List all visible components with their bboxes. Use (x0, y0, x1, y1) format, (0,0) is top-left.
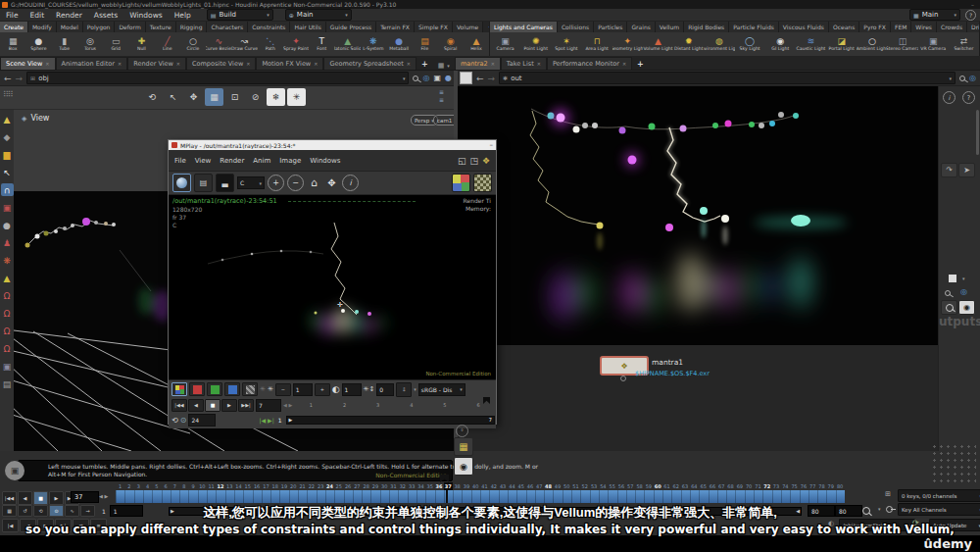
blue-channel-button[interactable] (224, 382, 240, 396)
home-view-icon[interactable]: ⌂ (307, 176, 321, 190)
exposure-icon[interactable]: ✳↕ (364, 385, 375, 393)
play-reverse-button[interactable]: ◀ (18, 491, 32, 505)
pane-tab[interactable]: mantra2✕ (455, 57, 501, 70)
shelf-tab[interactable]: Terrain FX (376, 22, 415, 32)
shelf-tool[interactable]: ⇄ Switcher (949, 32, 979, 56)
shelf-tool[interactable]: ⊓ Area Light (582, 32, 612, 56)
ragdoll-icon[interactable]: ♟ (1, 236, 14, 249)
pane-layout-icon[interactable]: ▦ (438, 62, 445, 70)
shelf-tab[interactable]: Polygon (83, 22, 116, 32)
imported-geometry-icon[interactable]: ◆ (1, 130, 14, 143)
pin-icon[interactable] (945, 290, 951, 296)
shelf-tab[interactable]: Volume (453, 22, 483, 32)
fps-field[interactable]: 24 (188, 414, 216, 427)
eye-icon[interactable]: ◉ (454, 457, 473, 476)
shelf-tab[interactable]: Modify (28, 22, 57, 32)
stop-button[interactable]: ■ (33, 491, 48, 505)
shelf-tab[interactable]: Drive Simulation (967, 22, 979, 32)
back-icon[interactable]: ← (4, 74, 12, 83)
render-settings-icon[interactable]: ❖ (482, 156, 490, 166)
brightness-down-icon[interactable]: ✳ (260, 385, 266, 393)
mplay-image-area[interactable]: /out/mantra1(raytrace)-23:54:51 1280x720… (169, 195, 496, 379)
back-icon[interactable]: ← (476, 74, 484, 83)
gamma-minus-button[interactable]: − (275, 383, 291, 396)
range-start-icon[interactable]: |◀ (259, 417, 266, 424)
play-button[interactable]: ▶ (49, 491, 64, 505)
checker-background-icon[interactable] (473, 174, 492, 192)
scrollbar[interactable] (976, 110, 979, 155)
network-editor[interactable]: ❖ mantra1 $HIPNAME.$OS.$F4.exr (458, 345, 980, 451)
shelf-tab[interactable]: Particle Fluids (729, 22, 779, 32)
constraint-magnet-icon[interactable]: Ω (1, 289, 14, 302)
list-icon[interactable]: ≡ (439, 96, 444, 103)
chevron-down-icon[interactable]: ▾ (447, 63, 450, 69)
timeline-ruler[interactable]: 1234567891011121314151617181920212223242… (116, 482, 845, 490)
radial-menu-icon[interactable]: ◎ (422, 74, 429, 82)
translate-tool-icon[interactable]: ✥ (184, 88, 203, 106)
camera-selector[interactable]: cam1▾ (433, 115, 454, 125)
pane-tab[interactable]: Performance Monitor✕ (547, 57, 632, 70)
mplay-range-slider[interactable]: ▶ 7 (286, 416, 495, 425)
constraint-magnet-icon[interactable]: Ω (1, 307, 14, 320)
layout-icon[interactable]: ▤ (194, 174, 213, 192)
shelf-tool[interactable]: ✺ Point Light (520, 32, 551, 56)
menu-item[interactable]: View (195, 157, 212, 165)
close-icon[interactable]: ✕ (491, 61, 495, 67)
alpha-channel-button[interactable] (242, 382, 258, 396)
frame-step-icons[interactable]: ◀ ▶ (99, 493, 108, 499)
export-lut-icon[interactable]: ⇩ (396, 382, 412, 397)
mplay-frame-field[interactable]: 7 (256, 399, 281, 412)
info-icon[interactable]: i (943, 91, 956, 104)
desktop-build-select[interactable]: ▤ Build ▾ (207, 9, 273, 21)
misc-tool-icon[interactable]: ▤ (1, 377, 14, 390)
menu-item[interactable]: Assets (88, 11, 123, 20)
shelf-tab[interactable]: Collisions (558, 22, 594, 32)
shelf-tab[interactable]: Simple FX (415, 22, 453, 32)
pane-tab[interactable]: Render View✕ (127, 57, 186, 70)
fit-window-icon[interactable]: ◱ (458, 156, 466, 166)
minimize-icon[interactable]: – (971, 1, 974, 8)
shelf-tool[interactable]: ◉ GI Light (765, 32, 796, 56)
lock-icon[interactable]: ∩ (1, 183, 14, 196)
shelf-tool[interactable]: ● Sphere (25, 32, 51, 56)
shelf-tab[interactable]: Characters (207, 22, 248, 32)
add-pane-tab-button[interactable]: + (632, 59, 649, 70)
menu-item[interactable]: File (174, 157, 186, 165)
pop-character-icon[interactable]: ▲ (1, 272, 14, 284)
shelf-tool[interactable]: ◍ Environment Light (704, 32, 734, 56)
shelf-tool[interactable]: ▣ VR Camera (918, 32, 949, 56)
chevron-down-icon[interactable]: ▾ (403, 75, 406, 81)
sphere-view-icon[interactable]: ● (445, 74, 452, 82)
zoom-in-icon[interactable]: + (268, 175, 284, 191)
pan-icon[interactable]: ✥ (324, 176, 339, 190)
degree-indicator-icon[interactable]: ° (456, 425, 468, 437)
character-icon[interactable]: ❋ (1, 254, 14, 267)
close-icon[interactable]: ✕ (622, 61, 626, 67)
range-end-icon[interactable]: ▶| (268, 417, 274, 424)
add-shelf-tab-button[interactable]: + (483, 22, 489, 32)
shelf-tab[interactable]: Create (0, 22, 28, 32)
shelf-tool[interactable]: ✶ Spot Light (551, 32, 581, 56)
chevron-down-icon[interactable]: ▾ (950, 75, 953, 81)
shelf-tool[interactable]: ≋ Caustic Light (796, 32, 826, 56)
zoom-out-icon[interactable]: − (287, 175, 304, 191)
shelf-tab[interactable]: Model (57, 22, 83, 32)
constraint-magnet-icon[interactable]: Ω (1, 325, 14, 337)
shelf-tool[interactable]: ◫ Stereo Camera (887, 32, 917, 56)
shelf-tab[interactable]: Deform (115, 22, 145, 32)
desktop-main-select[interactable]: ⊕ Main ▾ (285, 9, 352, 21)
mplay-window[interactable]: MPlay - /out/mantra1(raytrace)-23:54:* –… (168, 139, 497, 425)
shelf-tab[interactable]: Guide Process (326, 22, 376, 32)
shelf-tab[interactable]: Rigid Bodies (684, 22, 729, 32)
right-desktop-select[interactable]: ▦ Main ▾ (909, 9, 960, 21)
shelf-tool[interactable]: ✦ Geometry Light (612, 32, 643, 56)
shelf-tool[interactable]: ❋ L-System (361, 32, 386, 56)
mplay-play-button[interactable]: ▶ (221, 399, 237, 412)
expand-window-icon[interactable]: ◳ (469, 156, 478, 166)
shelf-tool[interactable]: ◉ Spiral (438, 32, 464, 56)
search-icon[interactable] (941, 300, 957, 315)
options-icon[interactable]: ✳ (287, 88, 306, 106)
shelf-tool[interactable]: ◎ Torus (77, 32, 103, 56)
pane-tab[interactable]: Take List✕ (501, 57, 547, 70)
pane-tab[interactable]: Motion FX View✕ (256, 57, 323, 70)
